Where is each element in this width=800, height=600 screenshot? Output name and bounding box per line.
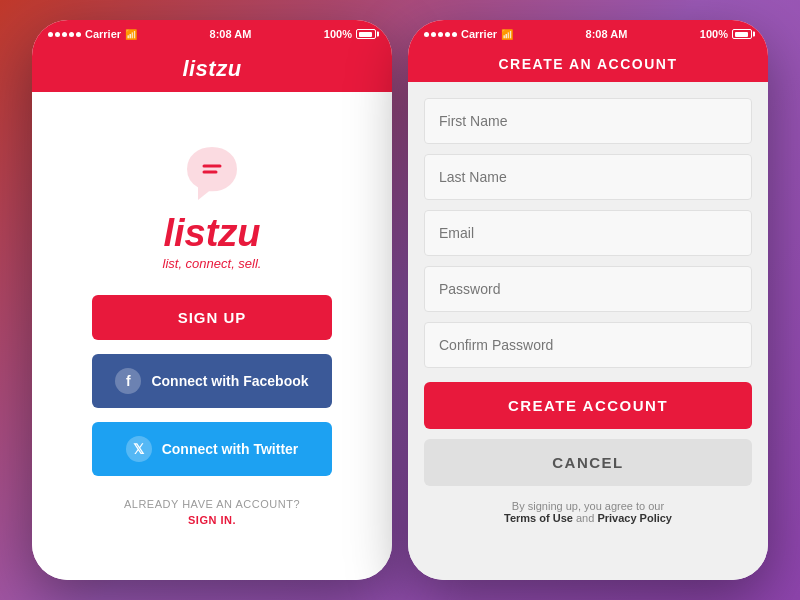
battery-icon	[356, 29, 376, 39]
already-text: ALREADY HAVE AN ACCOUNT?	[124, 498, 300, 510]
right-battery-percent: 100%	[700, 28, 728, 40]
logo-tagline: list, connect, sell.	[163, 256, 262, 271]
right-signal-dots	[424, 32, 457, 37]
app-title: listzu	[182, 56, 241, 81]
signup-button[interactable]: SIGN UP	[92, 295, 332, 340]
twitter-icon: 𝕏	[126, 436, 152, 462]
left-time: 8:08 AM	[210, 28, 252, 40]
already-account-section: ALREADY HAVE AN ACCOUNT? SIGN IN.	[124, 498, 300, 528]
twitter-label: Connect with Twitter	[162, 441, 299, 457]
cancel-button[interactable]: CANCEL	[424, 439, 752, 486]
terms-of-use-link[interactable]: Terms of Use	[504, 512, 573, 524]
right-carrier-label: Carrier	[461, 28, 497, 40]
signal-dots	[48, 32, 81, 37]
right-phone: Carrier 📶 8:08 AM 100% CREATE AN ACCOUNT…	[408, 20, 768, 580]
status-left: Carrier 📶	[48, 28, 137, 40]
right-battery-icon	[732, 29, 752, 39]
create-account-title: CREATE AN ACCOUNT	[499, 56, 678, 72]
facebook-icon: f	[115, 368, 141, 394]
facebook-button[interactable]: f Connect with Facebook	[92, 354, 332, 408]
privacy-policy-link[interactable]: Privacy Policy	[597, 512, 672, 524]
left-app-header: listzu	[32, 48, 392, 92]
wifi-icon: 📶	[125, 29, 137, 40]
password-input[interactable]	[424, 266, 752, 312]
logo-icon	[182, 144, 242, 208]
phones-container: Carrier 📶 8:08 AM 100% listzu	[32, 20, 768, 580]
status-right: 100%	[324, 28, 376, 40]
last-name-input[interactable]	[424, 154, 752, 200]
right-content: CREATE ACCOUNT CANCEL By signing up, you…	[408, 82, 768, 580]
twitter-button[interactable]: 𝕏 Connect with Twitter	[92, 422, 332, 476]
create-account-button[interactable]: CREATE ACCOUNT	[424, 382, 752, 429]
logo-area: listzu list, connect, sell.	[163, 144, 262, 271]
left-phone: Carrier 📶 8:08 AM 100% listzu	[32, 20, 392, 580]
carrier-label: Carrier	[85, 28, 121, 40]
sign-in-link[interactable]: SIGN IN.	[188, 514, 236, 526]
terms-section: By signing up, you agree to our Terms of…	[424, 500, 752, 524]
email-input[interactable]	[424, 210, 752, 256]
right-time: 8:08 AM	[586, 28, 628, 40]
right-status-bar: Carrier 📶 8:08 AM 100%	[408, 20, 768, 48]
right-wifi-icon: 📶	[501, 29, 513, 40]
right-status-right: 100%	[700, 28, 752, 40]
terms-and: and	[576, 512, 594, 524]
facebook-label: Connect with Facebook	[151, 373, 308, 389]
right-app-header: CREATE AN ACCOUNT	[408, 48, 768, 82]
logo-text: listzu	[163, 214, 260, 252]
right-status-left: Carrier 📶	[424, 28, 513, 40]
left-status-bar: Carrier 📶 8:08 AM 100%	[32, 20, 392, 48]
terms-prefix: By signing up, you agree to our	[512, 500, 664, 512]
first-name-input[interactable]	[424, 98, 752, 144]
confirm-password-input[interactable]	[424, 322, 752, 368]
battery-percent: 100%	[324, 28, 352, 40]
left-content: listzu list, connect, sell. SIGN UP f Co…	[32, 92, 392, 580]
